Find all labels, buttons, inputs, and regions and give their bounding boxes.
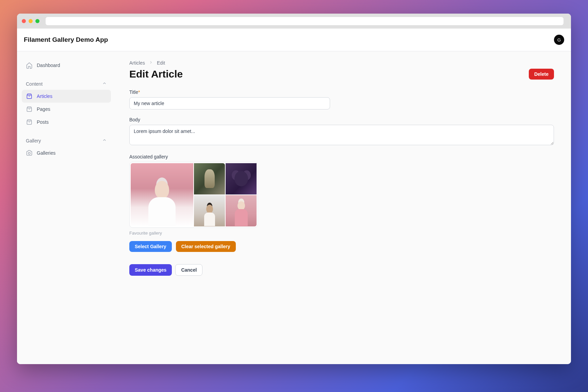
sidebar-item-dashboard[interactable]: Dashboard — [22, 59, 111, 72]
sidebar-item-pages[interactable]: Pages — [22, 103, 111, 116]
sidebar-group-label: Content — [26, 81, 43, 87]
close-window-button[interactable] — [22, 19, 26, 23]
avatar[interactable]: G — [554, 35, 564, 45]
gallery-caption: Favourite gallery — [129, 231, 554, 236]
sidebar-item-posts[interactable]: Posts — [22, 116, 111, 129]
main-content: Articles Edit Edit Article Delete Title* — [116, 51, 571, 364]
gallery-thumb-3 — [194, 195, 225, 226]
traffic-lights — [22, 19, 39, 23]
body-textarea[interactable]: Lorem ipsum dolor sit amet... — [129, 125, 554, 145]
box-icon — [26, 93, 33, 100]
save-button[interactable]: Save changes — [129, 264, 172, 276]
chevron-up-icon — [102, 81, 107, 87]
svg-point-0 — [28, 152, 30, 154]
gallery-label: Associated gallery — [129, 154, 554, 159]
breadcrumb: Articles Edit — [129, 60, 554, 66]
gallery-preview[interactable] — [129, 162, 258, 228]
gallery-image-large — [131, 163, 193, 226]
box-icon — [26, 106, 33, 113]
url-bar[interactable] — [46, 17, 564, 25]
camera-icon — [26, 150, 33, 156]
sidebar-group-label: Gallery — [26, 138, 41, 143]
box-icon — [26, 119, 33, 125]
sidebar-item-articles[interactable]: Articles — [22, 90, 111, 103]
sidebar-item-label: Galleries — [37, 150, 55, 156]
select-gallery-button[interactable]: Select Gallery — [129, 241, 172, 252]
delete-button[interactable]: Delete — [529, 69, 554, 80]
sidebar-item-label: Dashboard — [37, 63, 60, 68]
app-header: Filament Gallery Demo App G — [17, 29, 571, 51]
home-icon — [26, 62, 33, 69]
maximize-window-button[interactable] — [35, 19, 39, 23]
gallery-thumbnails — [194, 163, 257, 226]
sidebar-item-label: Pages — [37, 106, 50, 112]
chevron-up-icon — [102, 138, 107, 143]
title-field-group: Title* — [129, 89, 554, 109]
minimize-window-button[interactable] — [29, 19, 33, 23]
app-window: Filament Gallery Demo App G Dashboard Co… — [17, 14, 571, 364]
gallery-thumb-2 — [226, 163, 257, 194]
cancel-button[interactable]: Cancel — [175, 264, 202, 276]
app-body: Dashboard Content Articles — [17, 51, 571, 364]
title-label: Title* — [129, 89, 554, 95]
sidebar: Dashboard Content Articles — [17, 51, 116, 364]
sidebar-item-label: Posts — [37, 119, 49, 125]
breadcrumb-parent[interactable]: Articles — [129, 60, 145, 66]
gallery-thumb-1 — [194, 163, 225, 194]
chevron-right-icon — [149, 60, 153, 66]
body-field-group: Body Lorem ipsum dolor sit amet... — [129, 117, 554, 147]
gallery-thumb-4 — [226, 195, 257, 226]
page-header: Edit Article Delete — [129, 68, 554, 80]
breadcrumb-current: Edit — [157, 60, 165, 66]
avatar-letter: G — [557, 37, 561, 42]
clear-gallery-button[interactable]: Clear selected gallery — [176, 241, 236, 252]
sidebar-group-gallery[interactable]: Gallery — [22, 135, 111, 147]
gallery-button-row: Select Gallery Clear selected gallery — [129, 241, 554, 252]
window-titlebar — [17, 14, 571, 29]
sidebar-item-galleries[interactable]: Galleries — [22, 147, 111, 159]
gallery-field-group: Associated gallery Favourite — [129, 154, 554, 252]
app-title: Filament Gallery Demo App — [24, 36, 108, 44]
form-actions: Save changes Cancel — [129, 264, 554, 276]
sidebar-item-label: Articles — [37, 93, 52, 99]
page-title: Edit Article — [129, 68, 183, 80]
title-input[interactable] — [129, 97, 330, 109]
body-label: Body — [129, 117, 554, 122]
sidebar-group-content[interactable]: Content — [22, 78, 111, 90]
required-indicator: * — [138, 89, 140, 95]
